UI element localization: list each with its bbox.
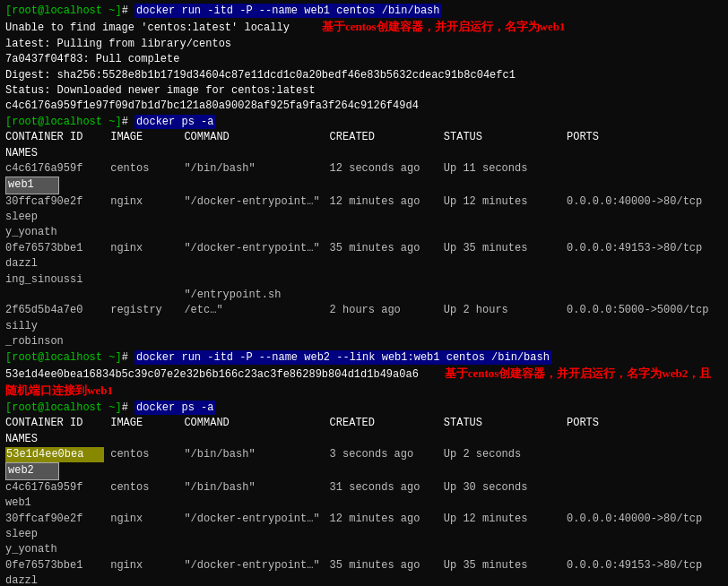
hash-long-line: c4c6176a959f1e97f09d7b1d7bc121a80a90028a…: [5, 99, 723, 114]
t1r3-id: 0fe76573bbe1: [5, 241, 104, 256]
table1-row-2: 30ffcaf90e2f nginx "/docker-entrypoint…"…: [5, 194, 723, 226]
t2r1-created: 3 seconds ago: [330, 447, 438, 462]
table1-row-1: c4c6176a959f centos "/bin/bash" 12 secon…: [5, 161, 723, 194]
t2r4-created: 35 minutes ago: [330, 558, 438, 573]
t1r2-cmd: "/docker-entrypoint…": [184, 194, 323, 210]
t1r4-ports: 0.0.0.0:5000->5000/tcp: [567, 303, 719, 318]
t1r4-image: registry: [110, 303, 178, 318]
t1r3-image: nginx: [110, 241, 178, 256]
t1r2-id: 30ffcaf90e2f: [5, 194, 104, 210]
t2r4-names: dazzl: [5, 573, 59, 586]
t1r1-status: Up 11 seconds: [444, 161, 560, 177]
hash2-line: 53e1d4ee0bea16834b5c39c07e2e32b6b166c23a…: [5, 366, 723, 401]
prompt-3: [root@localhost ~]: [5, 351, 122, 364]
col-h-image: IMAGE: [110, 130, 178, 145]
t2r3-created: 12 minutes ago: [330, 512, 438, 527]
t2r3-status: Up 12 minutes: [444, 512, 560, 527]
t2r4-cmd: "/docker-entrypoint…": [184, 558, 323, 573]
table2-header: CONTAINER ID IMAGE COMMAND CREATED STATU…: [5, 416, 723, 447]
col2-h-image: IMAGE: [110, 416, 178, 431]
cmd-line-2: [root@localhost ~]# docker run -itd -P -…: [5, 350, 723, 366]
t1r2-status: Up 12 minutes: [444, 194, 560, 210]
col2-h-created: CREATED: [330, 416, 438, 431]
hash-1: #: [122, 4, 128, 17]
t1r1-names: web1: [5, 177, 59, 194]
col2-h-ports: PORTS: [567, 416, 719, 431]
table1-row-3: 0fe76573bbe1 nginx "/docker-entrypoint…"…: [5, 241, 723, 272]
table1-row-3b: ing_sinoussi: [5, 272, 723, 288]
t1r4-created: 2 hours ago: [330, 303, 438, 318]
prompt-2: [root@localhost ~]: [5, 116, 122, 128]
t2r4-id: 0fe76573bbe1: [5, 558, 104, 573]
t2r4-status: Up 35 minutes: [444, 558, 560, 573]
t1r3-names: dazzl: [5, 256, 59, 271]
annotation-1: 基于centos创建容器，并开启运行，名字为web1: [322, 20, 566, 33]
col2-h-command: COMMAND: [184, 416, 323, 431]
table2-row-3b: y_yonath: [5, 542, 723, 557]
t1r1-created: 12 seconds ago: [330, 161, 438, 177]
t1r4-status: Up 2 hours: [444, 303, 560, 318]
t1r3-cmd: "/docker-entrypoint…": [184, 241, 323, 256]
t2r3-id: 30ffcaf90e2f: [5, 512, 104, 527]
t1r2-names: sleep: [5, 210, 59, 225]
table1-row-4: 2f65d5b4a7e0 registry "/entrypoint.sh /e…: [5, 288, 723, 334]
pull-hash-line: 7a0437f04f83: Pull complete: [5, 52, 723, 67]
table2-row-1: 53e1d4ee0bea centos "/bin/bash" 3 second…: [5, 447, 723, 480]
t2r1-names: web2: [5, 462, 59, 479]
prompt-1: [root@localhost ~]: [5, 4, 122, 17]
digest-line: Digest: sha256:5528e8b1b1719d34604c87e11…: [5, 68, 723, 83]
t2r3-image: nginx: [110, 512, 178, 527]
t1r1-image: centos: [110, 161, 178, 177]
t2r1-status: Up 2 seconds: [444, 447, 560, 462]
prompt-4: [root@localhost ~]: [5, 401, 122, 414]
col-h-command: COMMAND: [184, 130, 323, 145]
t2r2-id: c4c6176a959f: [5, 480, 104, 496]
t1r3-created: 35 minutes ago: [330, 241, 438, 256]
t1r2-image: nginx: [110, 194, 178, 210]
space-1: [128, 4, 134, 17]
table2-row-4: 0fe76573bbe1 nginx "/docker-entrypoint…"…: [5, 558, 723, 586]
table1-row-4b: _robinson: [5, 334, 723, 349]
t1r1-id: c4c6176a959f: [5, 161, 104, 177]
t2r2-image: centos: [110, 480, 178, 496]
t1r4-id: 2f65d5b4a7e0: [5, 303, 104, 318]
table2-row-3: 30ffcaf90e2f nginx "/docker-entrypoint…"…: [5, 512, 723, 543]
pulling-line: latest: Pulling from library/centos: [5, 37, 723, 52]
col-h-created: CREATED: [330, 130, 438, 145]
cmd2-text: docker run -itd -P --name web2 --link we…: [134, 350, 551, 365]
t2r2-status: Up 30 seconds: [444, 480, 560, 496]
t1r4-cmd: "/entrypoint.sh /etc…": [184, 288, 323, 319]
t2r1-cmd: "/bin/bash": [184, 447, 323, 462]
ps-cmd-1: docker ps -a: [128, 115, 216, 129]
col-h-container: CONTAINER ID: [5, 130, 104, 145]
t2r3-names: sleep: [5, 527, 59, 542]
terminal: [root@localhost ~]# docker run -itd -P -…: [0, 0, 728, 586]
t1r2-created: 12 minutes ago: [330, 194, 438, 210]
table1-header: CONTAINER ID IMAGE COMMAND CREATED STATU…: [5, 130, 723, 161]
unable-line: Unable to find image 'centos:latest' loc…: [5, 19, 723, 36]
t1r1-cmd: "/bin/bash": [184, 161, 323, 177]
t2r4-image: nginx: [110, 558, 178, 573]
t2r2-created: 31 seconds ago: [330, 480, 438, 496]
table2-row-2: c4c6176a959f centos "/bin/bash" 31 secon…: [5, 480, 723, 512]
t1r3-ports: 0.0.0.0:49153->80/tcp: [567, 241, 719, 256]
t2r2-names: web1: [5, 496, 59, 511]
col2-h-names: NAMES: [5, 432, 59, 447]
status-dl-line: Status: Downloaded newer image for cento…: [5, 83, 723, 99]
cmd-line-1: [root@localhost ~]# docker run -itd -P -…: [5, 4, 723, 19]
ps-cmd-1-line: [root@localhost ~]# docker ps -a: [5, 115, 723, 130]
col-h-ports: PORTS: [567, 130, 719, 145]
t2r3-ports: 0.0.0.0:40000->80/tcp: [567, 512, 719, 527]
t1r2-ports: 0.0.0.0:40000->80/tcp: [567, 194, 719, 210]
t2r4-ports: 0.0.0.0:49153->80/tcp: [567, 558, 719, 573]
t2r1-image: centos: [110, 447, 178, 462]
col-h-status: STATUS: [444, 130, 560, 145]
ps-cmd-2: docker ps -a: [128, 401, 216, 415]
t2r1-id: 53e1d4ee0bea: [5, 447, 104, 462]
table1-row-2b: y_yonath: [5, 225, 723, 240]
t1r3-status: Up 35 minutes: [444, 241, 560, 256]
cmd1-text: docker run -itd -P --name web1 centos /b…: [134, 4, 441, 18]
t1r4-names: silly: [5, 319, 59, 334]
col2-h-container: CONTAINER ID: [5, 416, 104, 431]
col-h-names: NAMES: [5, 146, 59, 161]
